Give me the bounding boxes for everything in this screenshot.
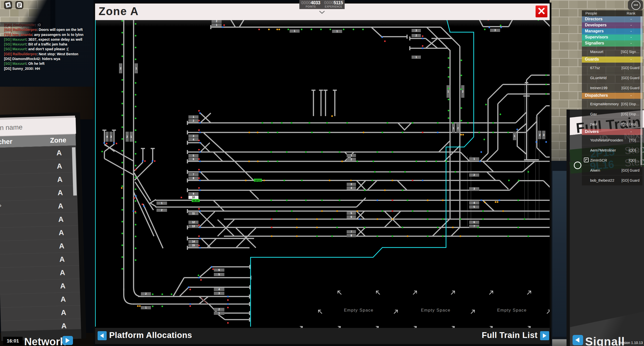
svg-text:1: 1 bbox=[351, 154, 352, 157]
svg-text:2: 2 bbox=[351, 158, 352, 161]
svg-text:1: 1 bbox=[193, 116, 194, 118]
svg-text:1: 1 bbox=[453, 127, 454, 130]
svg-text:4: 4 bbox=[351, 187, 352, 189]
svg-text:1: 1 bbox=[145, 306, 147, 309]
svg-text:2: 2 bbox=[120, 67, 122, 70]
svg-text:1: 1 bbox=[514, 135, 515, 137]
svg-text:2: 2 bbox=[145, 292, 147, 295]
svg-text:7: 7 bbox=[193, 173, 194, 176]
svg-text:13: 13 bbox=[192, 225, 195, 228]
svg-text:1: 1 bbox=[416, 56, 417, 59]
svg-text:Empty Space: Empty Space bbox=[497, 308, 527, 313]
svg-text:3: 3 bbox=[494, 29, 496, 32]
svg-text:8: 8 bbox=[193, 177, 194, 180]
svg-text:3: 3 bbox=[110, 135, 112, 138]
svg-text:6: 6 bbox=[473, 221, 475, 224]
svg-text:1: 1 bbox=[131, 135, 132, 138]
svg-text:10: 10 bbox=[192, 196, 195, 199]
svg-text:2: 2 bbox=[462, 90, 464, 93]
svg-text:11: 11 bbox=[192, 212, 195, 215]
svg-text:2: 2 bbox=[539, 134, 541, 136]
svg-text:12: 12 bbox=[192, 221, 195, 224]
svg-text:3: 3 bbox=[473, 187, 475, 190]
svg-text:6: 6 bbox=[351, 216, 352, 218]
svg-text:9L16: 9L16 bbox=[193, 199, 198, 202]
svg-text:5: 5 bbox=[218, 273, 220, 276]
svg-text:6: 6 bbox=[218, 269, 220, 271]
svg-text:2: 2 bbox=[193, 119, 194, 122]
svg-text:2: 2 bbox=[216, 20, 217, 23]
svg-text:2: 2 bbox=[457, 127, 459, 130]
svg-text:3: 3 bbox=[543, 134, 545, 136]
svg-text:14: 14 bbox=[192, 240, 195, 243]
svg-text:5: 5 bbox=[193, 154, 194, 157]
svg-text:2: 2 bbox=[161, 209, 163, 212]
svg-text:1: 1 bbox=[161, 202, 163, 205]
svg-text:Empty Space: Empty Space bbox=[421, 308, 451, 313]
svg-text:4: 4 bbox=[106, 135, 108, 138]
svg-text:3: 3 bbox=[416, 29, 417, 32]
svg-text:4: 4 bbox=[218, 288, 220, 291]
svg-text:2: 2 bbox=[473, 174, 475, 176]
svg-text:4: 4 bbox=[473, 202, 475, 204]
svg-text:6: 6 bbox=[193, 158, 194, 161]
svg-text:1: 1 bbox=[218, 312, 220, 315]
svg-text:1: 1 bbox=[448, 90, 449, 93]
svg-text:2: 2 bbox=[416, 34, 417, 37]
svg-text:1: 1 bbox=[216, 24, 217, 26]
svg-text:1: 1 bbox=[336, 30, 338, 33]
svg-text:4: 4 bbox=[193, 138, 194, 141]
svg-text:3: 3 bbox=[193, 135, 194, 137]
svg-text:2: 2 bbox=[127, 135, 128, 138]
svg-text:2: 2 bbox=[218, 308, 220, 311]
svg-text:3: 3 bbox=[351, 183, 352, 186]
svg-text:1: 1 bbox=[473, 158, 475, 160]
svg-text:15: 15 bbox=[192, 244, 195, 247]
svg-text:3: 3 bbox=[218, 292, 220, 295]
svg-text:8: 8 bbox=[351, 234, 352, 237]
svg-text:7: 7 bbox=[473, 225, 475, 228]
svg-text:1: 1 bbox=[294, 30, 295, 32]
svg-text:9: 9 bbox=[193, 192, 194, 195]
svg-text:7: 7 bbox=[351, 230, 352, 233]
svg-text:5: 5 bbox=[473, 206, 475, 208]
svg-text:Empty Space: Empty Space bbox=[344, 308, 374, 313]
svg-text:5: 5 bbox=[351, 212, 352, 215]
svg-text:1: 1 bbox=[136, 67, 137, 70]
svg-text:2P15: 2P15 bbox=[255, 179, 261, 182]
